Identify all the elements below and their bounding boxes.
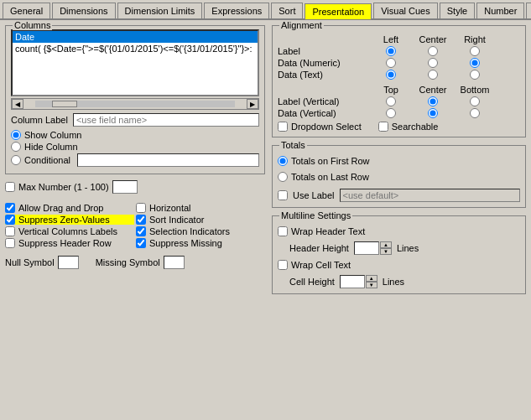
tab-dimension-limits[interactable]: Dimension Limits	[117, 3, 203, 18]
align-header-left: Left	[370, 34, 412, 44]
max-number-input[interactable]: 10	[112, 180, 138, 194]
sort-indicator-label: Sort Indicator	[149, 215, 204, 225]
tab-general[interactable]: General	[3, 3, 50, 18]
listbox-hscrollbar[interactable]: ◀ ▶	[11, 98, 259, 110]
hscroll-thumb[interactable]	[52, 101, 77, 107]
tab-bar: General Dimensions Dimension Limits Expr…	[0, 0, 531, 20]
show-column-radio[interactable]	[11, 130, 21, 140]
max-number-checkbox[interactable]	[5, 182, 15, 192]
align-numeric-right-radio[interactable]	[470, 58, 480, 68]
missing-symbol-input[interactable]: -	[164, 256, 185, 269]
vertical-columns-labels-label: Vertical Columns Labels	[18, 226, 117, 236]
use-label-row: Use Label	[278, 189, 520, 202]
align-header-bottom: Bottom	[454, 85, 496, 95]
right-panel: Alignment Left Center Right Label Data (…	[272, 25, 526, 412]
cell-height-spinner-buttons: ▲ ▼	[366, 275, 377, 288]
suppress-header-row-row: Suppress Header Row	[5, 238, 134, 248]
align-data-v-center-radio[interactable]	[428, 108, 438, 118]
suppress-missing-checkbox[interactable]	[136, 238, 146, 248]
align-label-vertical-text: Label (Vertical)	[278, 96, 370, 106]
alignment-title: Alignment	[279, 20, 324, 30]
selection-indicators-row: Selection Indicators	[136, 226, 265, 236]
align-label-center-radio[interactable]	[428, 46, 438, 56]
dropdown-select-checkbox[interactable]	[278, 122, 288, 132]
totals-last-row-row: Totals on Last Row	[278, 172, 520, 182]
tab-expressions[interactable]: Expressions	[204, 3, 269, 18]
horizontal-checkbox[interactable]	[136, 203, 146, 213]
searchable-checkbox[interactable]	[378, 122, 388, 132]
align-data-v-bottom-radio[interactable]	[470, 108, 480, 118]
tab-font[interactable]: Font	[526, 3, 531, 18]
suppress-zero-values-label: Suppress Zero-Values	[18, 215, 110, 225]
wrap-header-text-row: Wrap Header Text	[278, 226, 520, 236]
totals-last-label: Totals on Last Row	[291, 172, 369, 182]
tab-sort[interactable]: Sort	[271, 3, 303, 18]
sort-indicator-row: Sort Indicator	[136, 215, 265, 225]
align-label-right-radio[interactable]	[470, 46, 480, 56]
null-symbol-input[interactable]: -	[58, 256, 79, 269]
align-label-v-top-radio[interactable]	[386, 96, 396, 106]
align-text-right-radio[interactable]	[470, 70, 480, 80]
header-height-up[interactable]: ▲	[380, 241, 392, 248]
horizontal-label: Horizontal	[149, 203, 191, 213]
dropdown-select-group: Dropdown Select	[278, 122, 362, 132]
align-data-text-text: Data (Text)	[278, 70, 370, 80]
align-header-top: Top	[370, 85, 412, 95]
column-label-input[interactable]	[73, 113, 259, 127]
suppress-zero-values-checkbox[interactable]	[5, 215, 15, 225]
allow-drag-drop-checkbox[interactable]	[5, 203, 15, 213]
totals-content: Totals on First Row Totals on Last Row U…	[278, 154, 520, 202]
suppress-header-row-checkbox[interactable]	[5, 238, 15, 248]
use-label-input[interactable]	[340, 189, 520, 202]
header-height-down[interactable]: ▼	[380, 248, 392, 255]
wrap-cell-text-checkbox[interactable]	[278, 260, 288, 270]
columns-listbox[interactable]: Date count( {$<Date={">=$('{01/01/2015')…	[11, 29, 259, 96]
tab-style[interactable]: Style	[440, 3, 475, 18]
align-header-center: Center	[412, 34, 454, 44]
align-text-center-radio[interactable]	[428, 70, 438, 80]
hide-column-label: Hide Column	[24, 142, 78, 152]
null-symbol-row: Null Symbol -	[5, 256, 79, 269]
cell-lines-label: Lines	[383, 277, 404, 287]
conditional-radio[interactable]	[11, 155, 21, 165]
tab-presentation[interactable]: Presentation	[305, 3, 372, 19]
scroll-right-arrow[interactable]: ▶	[247, 99, 258, 109]
totals-last-radio[interactable]	[278, 172, 288, 182]
align-text-left-radio[interactable]	[386, 70, 396, 80]
scroll-left-arrow[interactable]: ◀	[12, 99, 23, 109]
tab-number[interactable]: Number	[476, 3, 524, 18]
listbox-item-date[interactable]: Date	[13, 31, 258, 43]
bottom-checkboxes-section: Allow Drag and Drop Suppress Zero-Values…	[5, 201, 265, 269]
cell-height-up[interactable]: ▲	[366, 275, 377, 282]
hide-column-radio[interactable]	[11, 142, 21, 152]
totals-first-radio[interactable]	[278, 156, 288, 166]
wrap-header-text-checkbox[interactable]	[278, 226, 288, 236]
max-number-label: Max Number (1 - 100)	[18, 182, 109, 192]
listbox-item-count[interactable]: count( {$<Date={">=$('{01/01/2015')<=$('…	[13, 43, 258, 54]
wrap-cell-text-row: Wrap Cell Text	[278, 260, 520, 270]
tab-visual-cues[interactable]: Visual Cues	[373, 3, 438, 18]
align-label-v-center-radio[interactable]	[428, 96, 438, 106]
align-numeric-center-radio[interactable]	[428, 58, 438, 68]
align-label-left-radio[interactable]	[386, 46, 396, 56]
header-height-input[interactable]: 2	[354, 241, 379, 255]
columns-group: Columns Date count( {$<Date={">=$('{01/0…	[5, 25, 265, 174]
vertical-columns-labels-checkbox[interactable]	[5, 226, 15, 236]
align-numeric-left-radio[interactable]	[386, 58, 396, 68]
use-label-checkbox[interactable]	[278, 190, 288, 200]
align-label-v-bottom-radio[interactable]	[470, 96, 480, 106]
cell-height-down[interactable]: ▼	[366, 282, 377, 288]
searchable-label: Searchable	[392, 122, 439, 132]
totals-first-row-row: Totals on First Row	[278, 156, 520, 166]
align-data-v-top-radio[interactable]	[386, 108, 396, 118]
column-label-text: Column Label	[11, 115, 68, 125]
sort-indicator-checkbox[interactable]	[136, 215, 146, 225]
suppress-missing-row: Suppress Missing	[136, 238, 265, 248]
cell-height-input[interactable]: 2	[340, 275, 365, 288]
conditional-input[interactable]	[77, 153, 259, 167]
tab-dimensions[interactable]: Dimensions	[52, 3, 115, 18]
header-height-spinner-buttons: ▲ ▼	[380, 241, 392, 255]
selection-indicators-checkbox[interactable]	[136, 226, 146, 236]
missing-symbol-label: Missing Symbol	[96, 257, 160, 267]
suppress-header-row-label: Suppress Header Row	[18, 238, 112, 248]
